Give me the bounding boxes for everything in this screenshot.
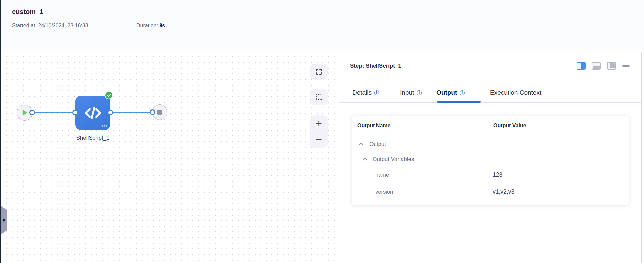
info-icon[interactable]: i bbox=[374, 90, 379, 95]
step-panel-title: Step: ShellScript_1 bbox=[350, 63, 401, 69]
expand-left-panel-handle[interactable] bbox=[1, 206, 7, 234]
tab-output-label: Output bbox=[436, 89, 457, 96]
output-value-cell: v1,v2,v3 bbox=[491, 188, 629, 195]
overlay-view-icon[interactable] bbox=[607, 62, 616, 70]
output-table-card: Output Name Output Value Output Output V… bbox=[352, 116, 629, 205]
group-row-output-variables[interactable]: Output Variables bbox=[352, 152, 629, 167]
zoom-controls: + − bbox=[310, 115, 328, 148]
tab-input[interactable]: Input i bbox=[400, 83, 422, 102]
chevron-right-icon bbox=[3, 218, 6, 222]
info-icon[interactable]: i bbox=[417, 90, 422, 95]
tab-output[interactable]: Output i bbox=[436, 83, 465, 102]
shellscript-step-node[interactable]: </> bbox=[75, 96, 110, 130]
workflow-canvas[interactable]: </> ShellScript_1 + − bbox=[1, 52, 339, 263]
page-title: custom_1 bbox=[12, 8, 43, 16]
marquee-select-button[interactable] bbox=[310, 89, 328, 105]
step-details-panel: Step: ShellScript_1 Details i Input i Ou… bbox=[339, 52, 644, 263]
execution-header: custom_1 Started at: 24/10/2024, 23:16:3… bbox=[1, 0, 644, 51]
group-row-output[interactable]: Output bbox=[352, 137, 629, 152]
duration: Duration: 8s bbox=[136, 23, 165, 29]
panel-right-edge bbox=[641, 52, 642, 263]
marquee-selection-icon bbox=[315, 93, 323, 101]
fit-to-screen-button[interactable] bbox=[310, 64, 328, 80]
stop-icon bbox=[157, 110, 162, 115]
port-end-in bbox=[150, 109, 155, 115]
panel-view-switcher bbox=[577, 62, 630, 70]
code-watermark-icon: </> bbox=[101, 124, 108, 128]
zoom-in-button[interactable]: + bbox=[310, 115, 328, 132]
edge-start-to-step bbox=[32, 112, 76, 113]
active-tab-underline bbox=[437, 101, 481, 103]
column-output-value: Output Value bbox=[491, 123, 629, 129]
started-at-label: Started at: bbox=[12, 23, 37, 28]
chevron-up-icon[interactable] bbox=[359, 143, 363, 146]
minimize-icon[interactable] bbox=[622, 65, 630, 67]
right-split-view-icon[interactable] bbox=[577, 62, 586, 70]
tab-details[interactable]: Details i bbox=[352, 83, 379, 102]
table-row: name 123 bbox=[352, 167, 629, 183]
pipeline-execution-page: custom_1 Started at: 24/10/2024, 23:16:3… bbox=[0, 0, 644, 263]
output-value-cell: 123 bbox=[491, 171, 629, 178]
expand-icon bbox=[315, 68, 323, 76]
tab-details-label: Details bbox=[352, 89, 372, 96]
edge-step-to-end bbox=[110, 112, 153, 113]
tab-execution-context[interactable]: Execution Context bbox=[490, 83, 541, 102]
info-icon[interactable]: i bbox=[460, 90, 465, 95]
output-name-cell: version bbox=[352, 189, 491, 195]
port-step-out bbox=[107, 110, 113, 115]
group-label: Output Variables bbox=[373, 156, 414, 163]
bottom-split-view-icon[interactable] bbox=[592, 62, 601, 70]
output-name-cell: name bbox=[352, 172, 491, 178]
started-at-value: 24/10/2024, 23:16:33 bbox=[38, 23, 88, 28]
tab-execution-context-label: Execution Context bbox=[490, 89, 541, 96]
step-tabs: Details i Input i Output i Execution Con… bbox=[339, 83, 641, 103]
step-node-label: ShellScript_1 bbox=[55, 135, 130, 141]
code-icon bbox=[83, 106, 103, 120]
output-table-header: Output Name Output Value bbox=[352, 116, 629, 135]
started-at: Started at: 24/10/2024, 23:16:33 bbox=[12, 23, 88, 29]
zoom-out-button[interactable]: − bbox=[310, 132, 328, 148]
play-icon bbox=[22, 110, 27, 116]
tab-input-label: Input bbox=[400, 89, 414, 96]
output-table-body: Output Output Variables name 123 version… bbox=[352, 135, 629, 200]
port-step-in bbox=[72, 110, 78, 115]
port-start-out bbox=[29, 110, 35, 115]
duration-label: Duration: bbox=[136, 23, 158, 28]
group-label: Output bbox=[369, 141, 386, 148]
chevron-up-icon[interactable] bbox=[363, 158, 367, 161]
column-output-name: Output Name bbox=[352, 123, 491, 129]
table-row: version v1,v2,v3 bbox=[352, 183, 629, 200]
duration-value: 8s bbox=[159, 23, 165, 28]
success-check-icon bbox=[105, 91, 113, 99]
